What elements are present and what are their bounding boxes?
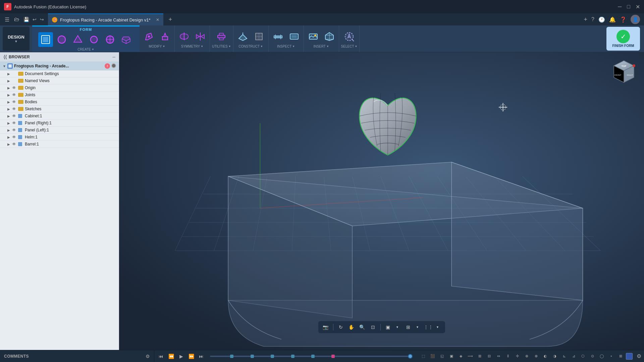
box-tool-button[interactable] bbox=[119, 32, 133, 47]
file-menu-icon[interactable]: 🗁 bbox=[13, 16, 21, 22]
utilities-button[interactable] bbox=[214, 29, 229, 44]
timeline-tool-11[interactable]: ✢ bbox=[513, 352, 521, 360]
help-icon[interactable]: ❓ bbox=[620, 16, 627, 23]
camera-button[interactable]: 📷 bbox=[321, 322, 330, 332]
create-face-button[interactable] bbox=[38, 32, 53, 47]
visibility-eye-icon[interactable]: 👁 bbox=[12, 93, 17, 97]
timeline-tool-18[interactable]: ⬡ bbox=[579, 352, 587, 360]
env-dropdown[interactable]: ▼ bbox=[433, 322, 442, 332]
visibility-eye-icon[interactable]: 👁 bbox=[12, 114, 17, 118]
pan-button[interactable]: ✋ bbox=[347, 322, 356, 332]
symmetry-button[interactable] bbox=[177, 29, 192, 44]
utilities-label[interactable]: UTILITIES ▼ bbox=[212, 45, 231, 48]
insert-image-button[interactable] bbox=[306, 29, 321, 44]
hamburger-icon[interactable]: ☰ bbox=[3, 16, 11, 23]
timeline-play-button[interactable]: ▶ bbox=[177, 352, 185, 360]
user-avatar[interactable]: 👤 bbox=[631, 15, 640, 24]
timeline-tool-15[interactable]: ◑ bbox=[551, 352, 559, 360]
environment-button[interactable]: ⋮⋮ bbox=[424, 322, 433, 332]
timeline-tool-10[interactable]: ⇕ bbox=[504, 352, 512, 360]
pull-button[interactable] bbox=[158, 29, 172, 44]
active-tab[interactable]: 🦑 Frogtopus Racing - Arcade Cabinet Desi… bbox=[48, 13, 163, 25]
add-project-button[interactable]: + bbox=[584, 16, 588, 23]
root-tree-item[interactable]: ▼ Frogtopus Racing - Arcade... ! bbox=[0, 62, 119, 70]
orbit-button[interactable]: ↻ bbox=[336, 322, 345, 332]
tree-item-origin[interactable]: ▶ 👁 Origin bbox=[0, 84, 119, 92]
tree-item-sketches[interactable]: ▶ 👁 Sketches bbox=[0, 106, 119, 113]
timeline-tool-19[interactable]: ⊙ bbox=[588, 352, 596, 360]
visibility-eye-icon[interactable]: 👁 bbox=[12, 107, 17, 111]
select-cursor-button[interactable] bbox=[342, 29, 357, 44]
timeline-tool-7[interactable]: ⊞ bbox=[476, 352, 484, 360]
minimize-button[interactable]: ─ bbox=[618, 4, 622, 10]
visibility-eye-icon[interactable]: 👁 bbox=[12, 100, 17, 104]
tree-item-barrel[interactable]: ▶ 👁 Barrel:1 bbox=[0, 141, 119, 148]
timeline-tool-17[interactable]: ⊿ bbox=[570, 352, 578, 360]
construct-axis-button[interactable] bbox=[252, 29, 266, 44]
timeline-tool-5[interactable]: ◈ bbox=[457, 352, 465, 360]
visibility-eye-icon[interactable]: 👁 bbox=[12, 85, 17, 90]
close-button[interactable]: ✕ bbox=[636, 4, 640, 10]
history-button[interactable]: 🕐 bbox=[598, 16, 605, 23]
timeline-tool-14[interactable]: ◐ bbox=[541, 352, 549, 360]
tree-item-joints[interactable]: ▶ 👁 Joints bbox=[0, 92, 119, 99]
construct-plane-button[interactable] bbox=[235, 29, 250, 44]
timeline-tool-1[interactable]: ⬚ bbox=[419, 352, 427, 360]
symmetry-label[interactable]: SYMMETRY ▼ bbox=[181, 45, 203, 48]
design-mode-selector[interactable]: DESIGN ▼ bbox=[3, 27, 30, 51]
loft-button[interactable] bbox=[103, 32, 117, 47]
save-button[interactable]: 💾 bbox=[22, 17, 31, 22]
edit-form-button[interactable] bbox=[142, 29, 156, 44]
finish-form-button[interactable]: ✓ FINISH FORM bbox=[606, 27, 640, 51]
timeline-tool-3[interactable]: ◱ bbox=[438, 352, 446, 360]
visibility-eye-icon[interactable]: 👁 bbox=[12, 135, 17, 139]
mirror-button[interactable] bbox=[193, 29, 208, 44]
revolve-button[interactable] bbox=[70, 32, 85, 47]
undo-button[interactable]: ↩ bbox=[31, 17, 38, 22]
timeline-tool-2[interactable]: ⬛ bbox=[429, 352, 437, 360]
inspect-label[interactable]: INSPECT ▼ bbox=[277, 45, 295, 48]
tree-item-helm[interactable]: ▶ 👁 Helm:1 bbox=[0, 134, 119, 141]
notifications-button[interactable]: 🔔 bbox=[609, 16, 616, 23]
settings-button[interactable]: ⚙ bbox=[634, 353, 644, 359]
timeline-tool-21[interactable]: ∘ bbox=[607, 352, 615, 360]
tree-item-cabinet[interactable]: ▶ 👁 Cabinet:1 bbox=[0, 113, 119, 120]
timeline-tool-9[interactable]: ⇔ bbox=[494, 352, 502, 360]
browser-minimize-button[interactable]: ─ bbox=[112, 55, 115, 59]
window-controls[interactable]: ─ □ ✕ bbox=[618, 4, 640, 10]
timeline-prev-button[interactable]: ⏪ bbox=[167, 352, 175, 360]
timeline-start-button[interactable]: ⏮ bbox=[157, 352, 165, 360]
tree-item-document-settings[interactable]: ▶ Document Settings bbox=[0, 70, 119, 77]
timeline-tool-22[interactable]: ⊞ bbox=[616, 352, 625, 360]
viewport[interactable]: TOP RIGHT FRONT 📷 ↻ ✋ 🔍 ⊡ ▣ ▼ ⊞ ▼ bbox=[119, 52, 644, 350]
redo-button[interactable]: ↪ bbox=[39, 17, 45, 22]
create-label[interactable]: CREATE ▼ bbox=[77, 48, 94, 51]
comments-settings-button[interactable]: ⚙ bbox=[146, 354, 150, 359]
collapse-sidebar-button[interactable]: ⟨⟨ bbox=[3, 54, 7, 60]
timeline-tool-20[interactable]: ◯ bbox=[598, 352, 606, 360]
select-label[interactable]: SELECT ▼ bbox=[341, 45, 358, 48]
timeline-tool-4[interactable]: ▣ bbox=[447, 352, 455, 360]
fit-button[interactable]: ⊡ bbox=[368, 322, 378, 332]
insert-label[interactable]: INSERT ▼ bbox=[313, 45, 329, 48]
extrude-button[interactable] bbox=[54, 32, 69, 47]
measure-button[interactable] bbox=[271, 29, 285, 44]
timeline-tool-6[interactable]: ⟿ bbox=[466, 352, 474, 360]
inspect-display-button[interactable] bbox=[287, 29, 302, 44]
timeline-color-swatch[interactable] bbox=[626, 353, 633, 360]
timeline-playhead[interactable] bbox=[408, 354, 413, 359]
visibility-eye-icon[interactable]: 👁 bbox=[12, 142, 17, 146]
timeline-tool-12[interactable]: ⊕ bbox=[523, 352, 531, 360]
timeline-end-button[interactable]: ⏭ bbox=[197, 352, 205, 360]
timeline-tool-16[interactable]: ⊾ bbox=[560, 352, 568, 360]
sweep-button[interactable] bbox=[87, 32, 101, 47]
visibility-eye-icon[interactable]: 👁 bbox=[12, 121, 17, 125]
construct-label[interactable]: CONSTRUCT ▼ bbox=[238, 45, 263, 48]
tree-item-named-views[interactable]: ▶ Named Views bbox=[0, 77, 119, 84]
timeline-track[interactable] bbox=[210, 356, 413, 357]
grid-button[interactable]: ⊞ bbox=[404, 322, 413, 332]
tree-item-panel-right[interactable]: ▶ 👁 Panel (Right):1 bbox=[0, 120, 119, 127]
timeline-next-button[interactable]: ⏩ bbox=[187, 352, 195, 360]
visual-style-button[interactable]: ▣ bbox=[383, 322, 393, 332]
timeline-tool-13[interactable]: ⊗ bbox=[532, 352, 540, 360]
